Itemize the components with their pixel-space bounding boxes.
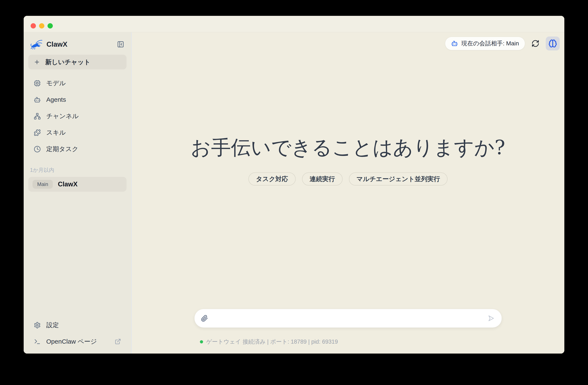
status-dot — [200, 340, 203, 344]
clock-icon — [34, 146, 41, 153]
bot-icon — [451, 40, 458, 47]
puzzle-icon — [34, 129, 41, 136]
sidebar-item-channels[interactable]: チャンネル — [28, 108, 126, 124]
chip-multi-agent-parallel[interactable]: マルチエージェント並列実行 — [349, 172, 448, 185]
brain-icon — [548, 39, 557, 48]
sidebar-item-models[interactable]: モデル — [28, 75, 126, 91]
main-badge: Main — [33, 180, 53, 189]
send-button[interactable] — [487, 314, 495, 322]
main-area: 現在の会話相手: Main — [132, 32, 564, 354]
zoom-button[interactable] — [47, 23, 53, 28]
gear-icon — [34, 322, 41, 329]
sidebar-header: ClawX — [28, 37, 126, 51]
lobster-logo-icon — [30, 39, 43, 50]
sidebar-item-openclaw-page[interactable]: OpenClaw ページ — [28, 333, 126, 350]
collapse-sidebar-button[interactable] — [116, 40, 125, 49]
sidebar-item-label: 定期タスク — [46, 145, 78, 153]
plus-icon — [34, 59, 40, 65]
history-item-title: ClawX — [58, 181, 78, 188]
sidebar-item-label: 設定 — [46, 321, 59, 329]
refresh-icon — [531, 40, 539, 47]
new-chat-label: 新しいチャット — [45, 58, 90, 66]
message-composer — [194, 309, 502, 328]
message-input[interactable] — [213, 309, 483, 327]
sidebar-item-label: スキル — [46, 128, 66, 137]
external-link-icon — [115, 338, 121, 345]
current-partner-button[interactable]: 現在の会話相手: Main — [445, 37, 525, 50]
status-text: ゲートウェイ 接続済み | ポート: 18789 | pid: 69319 — [206, 338, 338, 345]
paperclip-icon — [201, 315, 208, 322]
close-button[interactable] — [31, 23, 36, 28]
sidebar-item-skills[interactable]: スキル — [28, 124, 126, 141]
history-section-label: 1か月以内 — [28, 166, 126, 174]
sidebar-item-agents[interactable]: Agents — [28, 91, 126, 108]
sidebar-item-scheduled-tasks[interactable]: 定期タスク — [28, 141, 126, 157]
titlebar — [24, 16, 564, 32]
sidebar-item-label: OpenClaw ページ — [46, 337, 97, 346]
sidebar-item-label: チャンネル — [46, 112, 79, 121]
bot-icon — [34, 96, 41, 103]
main-header: 現在の会話相手: Main — [445, 37, 560, 50]
app-window: ClawX 新しいチャット モデル — [24, 16, 564, 354]
chip-continuous-run[interactable]: 連続実行 — [302, 172, 343, 185]
gateway-status: ゲートウェイ 接続済み | ポート: 18789 | pid: 69319 — [194, 338, 502, 345]
network-icon — [34, 113, 41, 120]
panel-left-close-icon — [117, 41, 124, 48]
sidebar-item-label: Agents — [46, 96, 66, 103]
app-title: ClawX — [46, 40, 67, 48]
sidebar-item-label: モデル — [46, 79, 66, 88]
terminal-icon — [34, 338, 41, 345]
refresh-button[interactable] — [531, 40, 539, 47]
send-icon — [487, 314, 495, 322]
sidebar: ClawX 新しいチャット モデル — [24, 32, 132, 354]
sidebar-item-settings[interactable]: 設定 — [28, 317, 126, 333]
cpu-icon — [34, 80, 41, 87]
new-chat-button[interactable]: 新しいチャット — [28, 55, 126, 69]
current-partner-label: 現在の会話相手: Main — [461, 40, 519, 47]
minimize-button[interactable] — [39, 23, 44, 28]
chip-task-support[interactable]: タスク対応 — [248, 172, 296, 185]
history-item-clawx[interactable]: Main ClawX — [28, 177, 126, 192]
brain-button[interactable] — [546, 37, 560, 50]
sidebar-nav: モデル Agents チャンネル — [28, 75, 126, 157]
greeting-heading: お手伝いできることはありますか? — [132, 134, 564, 161]
suggestion-chips: タスク対応 連続実行 マルチエージェント並列実行 — [132, 172, 564, 185]
attach-button[interactable] — [201, 315, 208, 322]
